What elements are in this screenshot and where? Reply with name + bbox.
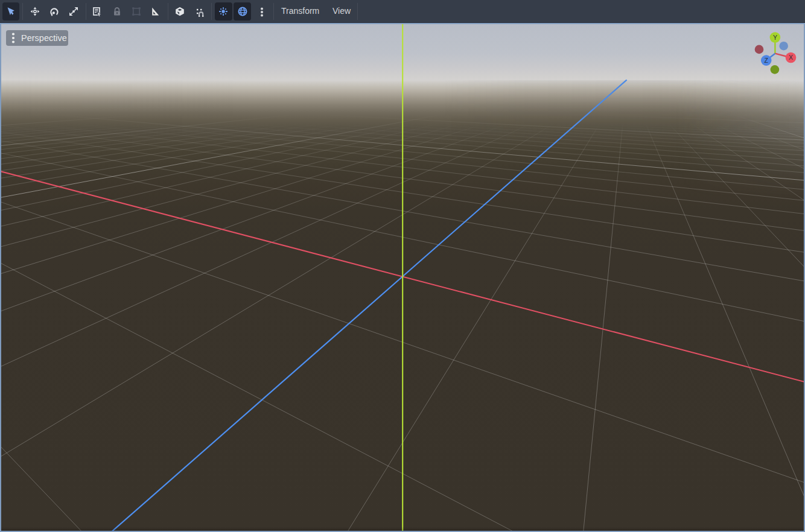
svg-text:X: X xyxy=(789,54,793,61)
svg-text:Z: Z xyxy=(764,57,768,64)
svg-text:Y: Y xyxy=(773,34,777,41)
svg-text:Perspective: Perspective xyxy=(21,33,67,43)
